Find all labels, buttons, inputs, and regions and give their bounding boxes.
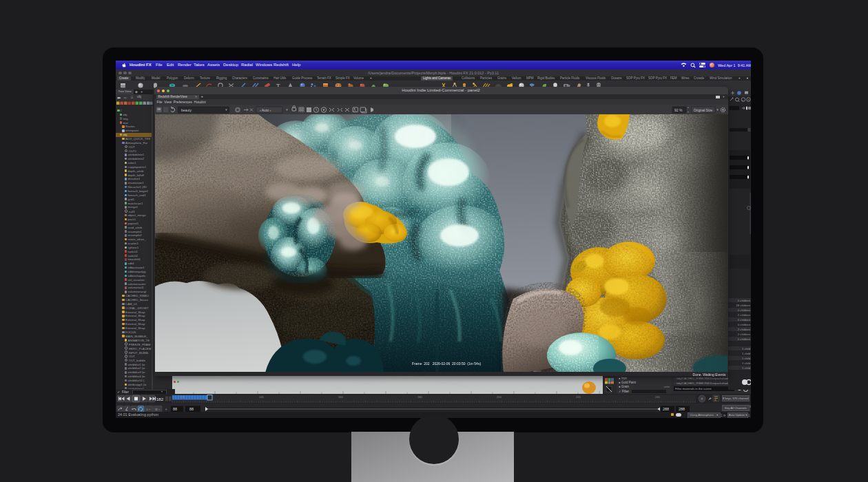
svg-text:0 children: 0 children xyxy=(737,318,750,322)
svg-text:1 child: 1 child xyxy=(741,347,750,350)
svg-text:beauty: beauty xyxy=(181,108,192,112)
svg-text:Original Size: Original Size xyxy=(694,109,713,112)
svg-text:88: 88 xyxy=(173,407,177,411)
svg-text:200: 200 xyxy=(497,395,502,399)
svg-text:160: 160 xyxy=(338,395,343,399)
svg-text:18 children: 18 children xyxy=(736,304,750,307)
svg-text:⏱ ▾: ⏱ ▾ xyxy=(146,408,150,411)
svg-text:140: 140 xyxy=(259,395,264,399)
svg-text:2 children: 2 children xyxy=(737,313,750,317)
svg-text:⛓ ▾: ⛓ ▾ xyxy=(155,408,160,411)
svg-text:2 children: 2 children xyxy=(737,328,750,331)
svg-text:1 child: 1 child xyxy=(741,366,750,370)
svg-text:182: 182 xyxy=(156,397,164,401)
svg-text:1 child: 1 child xyxy=(741,362,750,365)
svg-text:1 child: 1 child xyxy=(741,352,750,355)
svg-text:1 child: 1 child xyxy=(741,357,750,360)
svg-text:288: 288 xyxy=(679,407,685,411)
svg-text:2 children: 2 children xyxy=(737,333,750,336)
svg-text:92 %: 92 % xyxy=(674,108,683,112)
svg-text:0 children: 0 children xyxy=(737,323,750,326)
svg-text:288: 288 xyxy=(663,407,669,411)
svg-text:220: 220 xyxy=(576,395,581,399)
svg-text:i: i xyxy=(742,98,743,101)
svg-text:▾: ▾ xyxy=(165,408,167,411)
svg-text:0 children: 0 children xyxy=(737,337,750,341)
svg-text:Frame 202 2026-02-06 20:03: Frame 202 2026-02-06 20:03:50 (1m 54s) xyxy=(412,362,481,366)
svg-text:88: 88 xyxy=(189,407,194,411)
svg-text:0 children: 0 children xyxy=(737,308,750,312)
svg-text:120: 120 xyxy=(180,395,185,399)
svg-text:‹ Auto ›: ‹ Auto › xyxy=(260,108,271,112)
svg-text:240: 240 xyxy=(655,395,660,399)
svg-text:180: 180 xyxy=(417,395,422,399)
svg-text:0 children: 0 children xyxy=(737,299,750,302)
